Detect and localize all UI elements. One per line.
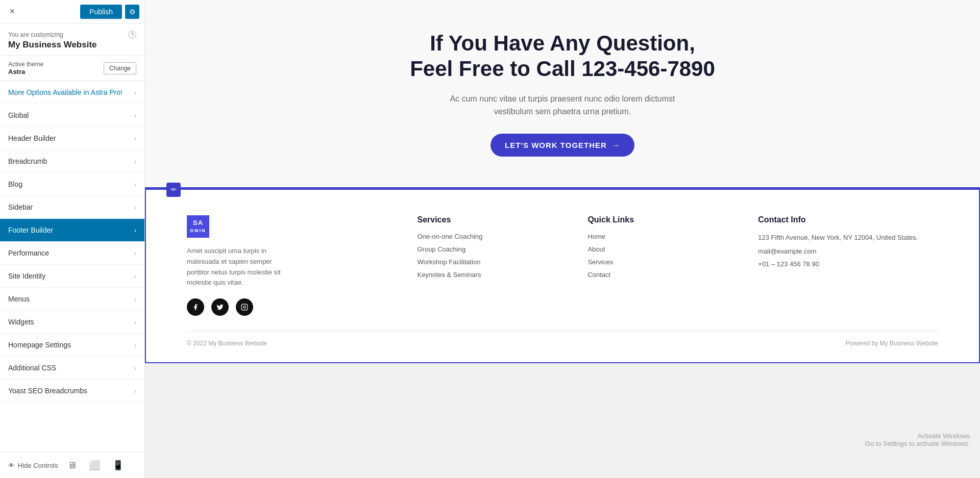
hide-controls-label: Hide Controls <box>18 462 58 469</box>
publish-button[interactable]: Publish <box>80 5 122 19</box>
customizing-text: You are customizing <box>8 31 63 38</box>
menu-item-header-builder[interactable]: Header Builder› <box>0 127 144 150</box>
menu-item-label: Blog <box>8 180 22 188</box>
contact-title: Contact Info <box>758 215 938 224</box>
site-title: My Business Website <box>8 40 136 50</box>
copyright: © 2022 My Business Website <box>187 340 267 347</box>
theme-name: Astra <box>8 68 43 76</box>
menu-item-performance[interactable]: Performance› <box>0 242 144 265</box>
hide-controls-button[interactable]: 👁 Hide Controls <box>8 462 58 469</box>
tablet-view-button[interactable]: ⬜ <box>86 458 103 473</box>
settings-button[interactable]: ⚙ <box>125 5 139 19</box>
list-item[interactable]: Home <box>587 233 738 240</box>
chevron-icon: › <box>134 249 136 257</box>
close-button[interactable]: × <box>5 5 19 19</box>
customizing-label: You are customizing ? <box>8 31 136 39</box>
menu-item-site-identity[interactable]: Site Identity› <box>0 265 144 288</box>
top-bar: × Publish ⚙ <box>0 0 144 23</box>
menu-item-menus[interactable]: Menus› <box>0 288 144 311</box>
cta-subtext: Ac cum nunc vitae ut turpis praesent nun… <box>435 92 690 118</box>
menu-item-label: Yoast SEO Breadcrumbs <box>8 387 87 395</box>
menu-item-widgets[interactable]: Widgets› <box>0 311 144 334</box>
menu-item-homepage-settings[interactable]: Homepage Settings› <box>0 334 144 357</box>
twitter-icon[interactable] <box>211 298 229 316</box>
menu-item-label: Footer Builder <box>8 226 53 234</box>
theme-label: Active theme <box>8 61 43 68</box>
list-item[interactable]: Keynotes & Seminars <box>417 271 567 279</box>
list-item[interactable]: One-on-one Coaching <box>417 233 567 240</box>
chevron-icon: › <box>134 295 136 303</box>
chevron-icon: › <box>134 227 136 234</box>
services-links: One-on-one CoachingGroup CoachingWorksho… <box>417 233 567 279</box>
chevron-icon: › <box>134 387 136 395</box>
services-title: Services <box>417 215 567 224</box>
footer-logo: SADMIN <box>187 215 397 238</box>
footer-contact-col: Contact Info 123 Fifth Avenue, New York,… <box>758 215 938 316</box>
contact-address: 123 Fifth Avenue, New York, NY 12004, Un… <box>758 233 938 243</box>
footer-logo-area: SADMIN Amet suscipit urna turpis in male… <box>187 215 397 316</box>
menu-item-blog[interactable]: Blog› <box>0 173 144 196</box>
cta-section: If You Have Any Question,Feel Free to Ca… <box>145 0 980 187</box>
menu-item-global[interactable]: Global› <box>0 104 144 127</box>
footer-bottom: © 2022 My Business Website Powered by My… <box>187 331 938 347</box>
customizing-section: You are customizing ? My Business Websit… <box>0 23 144 56</box>
help-icon[interactable]: ? <box>128 31 136 39</box>
eye-icon: 👁 <box>8 462 15 469</box>
menu-item-yoast-seo[interactable]: Yoast SEO Breadcrumbs› <box>0 380 144 402</box>
menu-item-additional-css[interactable]: Additional CSS› <box>0 357 144 380</box>
menu-item-label: Global <box>8 111 29 119</box>
list-item[interactable]: Contact <box>587 271 738 279</box>
menu-item-breadcrumb[interactable]: Breadcrumb› <box>0 150 144 173</box>
footer-section: ✏ SADMIN Amet suscipit urna turpis in ma… <box>146 188 979 362</box>
logo-text: SADMIN <box>190 219 206 234</box>
menu-item-label: Site Identity <box>8 272 45 280</box>
customizer-panel: × Publish ⚙ You are customizing ? My Bus… <box>0 0 145 478</box>
chevron-icon: › <box>134 272 136 280</box>
footer-quicklinks-col: Quick Links HomeAboutServicesContact <box>587 215 738 316</box>
svg-rect-0 <box>241 304 248 310</box>
list-item[interactable]: Services <box>587 258 738 266</box>
quicklinks-title: Quick Links <box>587 215 738 224</box>
instagram-icon[interactable] <box>236 298 253 316</box>
quicklinks-links: HomeAboutServicesContact <box>587 233 738 279</box>
footer-description: Amet suscipit urna turpis in malesuada e… <box>187 246 289 288</box>
preview-area: If You Have Any Question,Feel Free to Ca… <box>145 0 980 478</box>
cta-button-label: LET'S WORK TOGETHER <box>505 141 607 149</box>
chevron-icon: › <box>134 181 136 188</box>
facebook-icon[interactable] <box>187 298 204 316</box>
logo-box: SADMIN <box>187 215 209 238</box>
list-item[interactable]: Workshop Facilitation <box>417 258 567 266</box>
desktop-view-button[interactable]: 🖥 <box>64 458 80 473</box>
cta-heading: If You Have Any Question,Feel Free to Ca… <box>410 31 715 82</box>
mobile-view-button[interactable]: 📱 <box>109 458 127 473</box>
chevron-icon: › <box>134 204 136 211</box>
footer-services-col: Services One-on-one CoachingGroup Coachi… <box>417 215 567 316</box>
chevron-icon: › <box>134 112 136 119</box>
cta-button-arrow: → <box>612 141 620 149</box>
menu-item-label: Widgets <box>8 318 34 326</box>
menu-item-footer-builder[interactable]: Footer Builder› <box>0 219 144 242</box>
menu-item-label: Sidebar <box>8 203 33 211</box>
chevron-icon: › <box>134 364 136 372</box>
change-theme-button[interactable]: Change <box>104 62 136 74</box>
menu-item-label: Menus <box>8 295 30 303</box>
chevron-icon: › <box>134 89 136 96</box>
contact-phone[interactable]: +01 – 123 456 78 90 <box>758 260 938 268</box>
menu-item-more-options[interactable]: More Options Available in Astra Pro!› <box>0 81 144 104</box>
chevron-icon: › <box>134 158 136 165</box>
chevron-icon: › <box>134 135 136 142</box>
list-item[interactable]: Group Coaching <box>417 245 567 253</box>
list-item[interactable]: About <box>587 245 738 253</box>
menu-item-label: Additional CSS <box>8 364 56 372</box>
menu-item-label: Header Builder <box>8 134 56 142</box>
menu-item-label: Homepage Settings <box>8 341 71 349</box>
cta-button[interactable]: LET'S WORK TOGETHER → <box>491 134 634 157</box>
footer-edit-indicator[interactable]: ✏ <box>166 183 181 197</box>
contact-email[interactable]: mail@example.com <box>758 247 938 255</box>
footer-content: SADMIN Amet suscipit urna turpis in male… <box>187 215 938 316</box>
bottom-bar: 👁 Hide Controls 🖥 ⬜ 📱 <box>0 452 144 478</box>
menu-item-sidebar[interactable]: Sidebar› <box>0 196 144 219</box>
chevron-icon: › <box>134 341 136 349</box>
menu-item-label: Breadcrumb <box>8 157 47 165</box>
menu-item-label: Performance <box>8 249 49 257</box>
